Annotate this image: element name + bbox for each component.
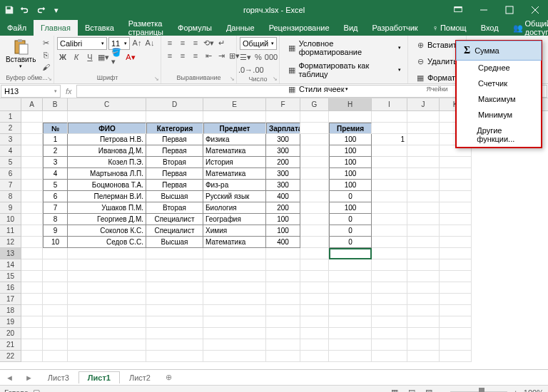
cell-I12[interactable] (372, 237, 407, 248)
cell-C3[interactable]: Петрова Н.В. (68, 134, 146, 145)
cell-I3[interactable]: 1 (372, 134, 407, 145)
cell-A3[interactable] (21, 134, 43, 145)
cell-G20[interactable] (300, 328, 329, 339)
cell-C11[interactable]: Соколов К.С. (68, 225, 146, 237)
tab-developer[interactable]: Разработчик (365, 20, 425, 36)
new-sheet-icon[interactable]: ⊕ (160, 373, 178, 382)
align-left-icon[interactable]: ≡ (164, 50, 176, 61)
cell-C14[interactable] (68, 259, 146, 271)
sheet-tab-3[interactable]: Лист3 (39, 371, 78, 384)
view-layout-icon[interactable]: ▤ (406, 387, 417, 393)
cell-G6[interactable] (300, 168, 329, 180)
cell-A12[interactable] (21, 237, 43, 248)
cell-I9[interactable] (372, 202, 407, 214)
row-header-15[interactable]: 15 (0, 271, 21, 282)
cell-A8[interactable] (21, 191, 43, 202)
cell-I13[interactable] (372, 248, 407, 259)
cell-B11[interactable]: 9 (43, 225, 68, 237)
tab-help[interactable]: ♀Помощ (425, 20, 474, 36)
cell-E9[interactable]: Биология (203, 202, 266, 214)
cell-H18[interactable] (329, 305, 372, 316)
maximize-icon[interactable] (497, 0, 522, 20)
col-header-A[interactable]: A (21, 98, 43, 110)
cell-B2[interactable]: № (43, 123, 68, 134)
cell-H22[interactable] (329, 351, 372, 362)
tab-file[interactable]: Файл (0, 20, 34, 36)
format-painter-icon[interactable]: 🖌 (40, 61, 51, 73)
cell-K8[interactable] (440, 191, 472, 202)
cell-I11[interactable] (372, 225, 407, 237)
cell-C21[interactable] (68, 339, 146, 351)
cell-styles-button[interactable]: ▦Стили ячеек▾ (283, 81, 352, 97)
cell-D9[interactable]: Вторая (146, 202, 203, 214)
cell-G15[interactable] (300, 271, 329, 282)
zoom-in-icon[interactable]: + (513, 388, 517, 393)
cell-H7[interactable]: 100 (329, 180, 372, 191)
cell-C1[interactable] (68, 111, 146, 123)
view-pagebreak-icon[interactable]: ▧ (423, 387, 435, 393)
cell-F4[interactable]: 300 (266, 145, 300, 157)
cell-B17[interactable] (43, 294, 68, 305)
cell-C17[interactable] (68, 294, 146, 305)
cell-H17[interactable] (329, 294, 372, 305)
cell-D20[interactable] (146, 328, 203, 339)
cell-A9[interactable] (21, 202, 43, 214)
cell-E15[interactable] (203, 271, 266, 282)
sheet-tab-2[interactable]: Лист2 (120, 371, 160, 384)
sheet-nav-prev-icon[interactable]: ◄ (0, 373, 19, 382)
tab-layout[interactable]: Разметка страницы (121, 20, 171, 36)
cell-F5[interactable]: 200 (266, 157, 300, 168)
cell-F9[interactable]: 200 (266, 202, 300, 214)
cell-F6[interactable]: 300 (266, 168, 300, 180)
cell-B3[interactable]: 1 (43, 134, 68, 145)
cell-F13[interactable] (266, 248, 300, 259)
cell-I22[interactable] (372, 351, 407, 362)
cell-A13[interactable] (21, 248, 43, 259)
cell-J6[interactable] (407, 168, 440, 180)
cell-I6[interactable] (372, 168, 407, 180)
comma-icon[interactable]: 000 (265, 51, 277, 63)
cell-K18[interactable] (440, 305, 472, 316)
cell-F20[interactable] (266, 328, 300, 339)
cell-A16[interactable] (21, 282, 43, 294)
cell-E21[interactable] (203, 339, 266, 351)
cell-I2[interactable] (372, 123, 407, 134)
dropdown-more-functions[interactable]: Другие функции... (457, 123, 541, 147)
cell-C2[interactable]: ФИО (68, 123, 146, 134)
cell-E1[interactable] (203, 111, 266, 123)
cell-G9[interactable] (300, 202, 329, 214)
row-header-18[interactable]: 18 (0, 305, 21, 316)
cell-D12[interactable]: Высшая (146, 237, 203, 248)
cell-E8[interactable]: Русский язык (203, 191, 266, 202)
cell-G7[interactable] (300, 180, 329, 191)
cell-B16[interactable] (43, 282, 68, 294)
cell-A4[interactable] (21, 145, 43, 157)
cell-I14[interactable] (372, 259, 407, 271)
cell-G5[interactable] (300, 157, 329, 168)
indent-increase-icon[interactable]: ⇥ (215, 50, 227, 61)
cell-H9[interactable]: 100 (329, 202, 372, 214)
cell-H11[interactable]: 0 (329, 225, 372, 237)
macro-record-icon[interactable]: ▢ (33, 388, 40, 392)
align-top-icon[interactable]: ≡ (164, 37, 176, 48)
row-header-5[interactable]: 5 (0, 157, 21, 168)
cell-J13[interactable] (407, 248, 440, 259)
font-color-icon[interactable]: A▾ (125, 51, 136, 63)
cell-J12[interactable] (407, 237, 440, 248)
cell-J1[interactable] (407, 111, 440, 123)
cell-B7[interactable]: 5 (43, 180, 68, 191)
tab-view[interactable]: Вид (337, 20, 365, 36)
font-name-combo[interactable]: Calibri▾ (57, 37, 107, 50)
bold-icon[interactable]: Ж (57, 51, 68, 63)
cell-K6[interactable] (440, 168, 472, 180)
cell-G1[interactable] (300, 111, 329, 123)
cell-J4[interactable] (407, 145, 440, 157)
cell-E6[interactable]: Математика (203, 168, 266, 180)
cell-C12[interactable]: Седов С.С. (68, 237, 146, 248)
cell-E20[interactable] (203, 328, 266, 339)
dropdown-max[interactable]: Максимум (457, 91, 541, 107)
conditional-format-button[interactable]: ▦Условное форматирование▾ (283, 37, 405, 58)
increase-font-icon[interactable]: A↑ (131, 37, 143, 48)
cell-J14[interactable] (407, 259, 440, 271)
cell-C7[interactable]: Боцмонова Т.А. (68, 180, 146, 191)
